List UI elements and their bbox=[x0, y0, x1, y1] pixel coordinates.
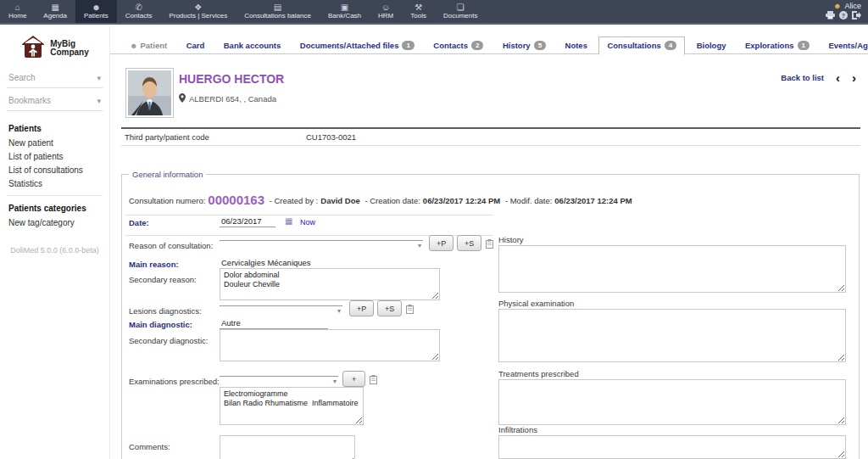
nav-consultations-balance[interactable]: ▤ Consultations balance bbox=[236, 0, 320, 23]
home-icon: ⌂ bbox=[15, 3, 20, 12]
main-diagnostic-input[interactable] bbox=[220, 316, 328, 329]
documents-icon: ❏ bbox=[457, 3, 465, 12]
search-dropdown[interactable]: Search ▾ bbox=[7, 65, 103, 88]
sidebar-item-statistics[interactable]: Statistics bbox=[0, 176, 109, 190]
nav-hrm-label: HRM bbox=[378, 12, 393, 20]
nav-tools[interactable]: ⚒ Tools bbox=[402, 0, 435, 23]
documents-count-badge: 1 bbox=[402, 41, 414, 50]
clipboard-icon[interactable] bbox=[370, 372, 377, 382]
nav-contacts[interactable]: ✆ Contacts bbox=[117, 0, 161, 23]
date-label: Date: bbox=[129, 218, 149, 227]
contacts-icon: ✆ bbox=[135, 3, 142, 12]
back-to-list-link[interactable]: Back to list bbox=[781, 73, 824, 82]
folder-icon: ▤ bbox=[274, 3, 281, 12]
examinations-select[interactable]: ▾ bbox=[220, 364, 338, 377]
divider bbox=[125, 215, 493, 216]
add-secondary-reason-button[interactable]: +S bbox=[457, 235, 481, 251]
tab-contacts[interactable]: Contacts2 bbox=[426, 37, 491, 54]
physical-examination-label: Physical examination bbox=[498, 299, 574, 308]
search-label: Search bbox=[8, 73, 36, 82]
reason-select[interactable]: ▾ bbox=[220, 228, 423, 241]
sidebar-item-list-of-patients[interactable]: List of patients bbox=[0, 149, 109, 163]
bookmarks-label: Bookmarks bbox=[8, 96, 51, 105]
app-version: DoliMed 5.0.0 (6.0.0-beta) bbox=[0, 246, 109, 255]
infiltrations-label: Infiltrations bbox=[498, 425, 537, 434]
infiltrations-textarea[interactable] bbox=[498, 435, 846, 459]
nav-hrm[interactable]: ☺ HRM bbox=[370, 0, 402, 23]
comments-textarea[interactable] bbox=[220, 435, 355, 459]
bookmarks-dropdown[interactable]: Bookmarks ▾ bbox=[7, 88, 103, 111]
nav-bank-cash[interactable]: ▣ Bank/Cash bbox=[320, 0, 370, 23]
physical-examination-textarea[interactable] bbox=[498, 309, 846, 362]
secondary-reason-label: Secondary reason: bbox=[129, 275, 197, 284]
clipboard-icon[interactable] bbox=[486, 237, 493, 246]
now-link[interactable]: Now bbox=[300, 218, 315, 227]
history-textarea[interactable] bbox=[498, 245, 846, 293]
tab-documents[interactable]: Documents/Attached files1 bbox=[292, 37, 422, 54]
svg-text:?: ? bbox=[842, 13, 845, 19]
chevron-down-icon: ▾ bbox=[333, 378, 337, 385]
consultation-number: 00000163 bbox=[208, 193, 264, 207]
patient-photo bbox=[125, 68, 174, 118]
patient-code-value: CU1703-0021 bbox=[306, 132, 356, 142]
tab-consultations[interactable]: Consultations4 bbox=[598, 36, 685, 55]
comments-label: Comments: bbox=[129, 442, 170, 451]
tab-history[interactable]: History5 bbox=[495, 37, 554, 54]
sidebar-item-list-of-consultations[interactable]: List of consultations bbox=[0, 163, 109, 176]
clipboard-icon[interactable] bbox=[406, 302, 414, 311]
lesions-select[interactable]: ▾ bbox=[220, 294, 342, 306]
previous-record-arrow[interactable]: ‹ bbox=[836, 74, 840, 82]
user-menu[interactable]: ☻ Alice bbox=[833, 2, 861, 10]
nav-contacts-label: Contacts bbox=[125, 12, 153, 20]
sidebar-item-new-tag-category[interactable]: New tag/category bbox=[0, 216, 109, 229]
tab-bank-accounts[interactable]: Bank accounts bbox=[216, 37, 289, 54]
person-icon: ☻ bbox=[130, 42, 137, 50]
nav-documents-label: Documents bbox=[443, 12, 477, 20]
user-name: Alice bbox=[844, 2, 861, 10]
calendar-icon[interactable]: ▦ bbox=[285, 216, 292, 226]
chevron-down-icon: ▾ bbox=[97, 74, 101, 82]
nav-home[interactable]: ⌂ Home bbox=[0, 0, 35, 23]
dolimed-app: ⌂ Home ▦ Agenda ☻ Patients ✆ Contacts ❖ … bbox=[0, 0, 868, 459]
tab-biology[interactable]: Biology bbox=[689, 37, 734, 54]
treatments-prescribed-textarea[interactable] bbox=[498, 379, 846, 425]
sidebar-item-new-patient[interactable]: New patient bbox=[0, 136, 109, 149]
add-examination-button[interactable]: + bbox=[342, 371, 365, 387]
nav-documents[interactable]: ❏ Documents bbox=[435, 0, 486, 23]
history-label: History bbox=[498, 235, 524, 244]
tab-card[interactable]: Card bbox=[179, 37, 213, 54]
tab-explorations[interactable]: Explorations1 bbox=[737, 37, 817, 54]
help-icon[interactable]: ? bbox=[839, 11, 848, 20]
chevron-down-icon: ▾ bbox=[337, 307, 341, 315]
nav-home-label: Home bbox=[8, 12, 26, 20]
company-logo[interactable]: MyBig Company bbox=[5, 35, 104, 62]
date-input[interactable] bbox=[220, 215, 275, 227]
menu-section-patients: Patients bbox=[0, 121, 109, 136]
patient-address: ALBERDI 654, , Canada bbox=[179, 93, 276, 104]
patient-code-label: Third party/patient code bbox=[121, 132, 306, 142]
nav-products-services[interactable]: ❖ Products | Services bbox=[160, 0, 236, 23]
company-logo-icon bbox=[20, 35, 46, 62]
secondary-diagnostic-label: Secondary diagnostic: bbox=[129, 336, 208, 345]
print-icon[interactable] bbox=[826, 11, 835, 20]
nav-agenda[interactable]: ▦ Agenda bbox=[35, 0, 75, 23]
sidebar: MyBig Company Search ▾ Bookmarks ▾ Patie… bbox=[0, 26, 110, 459]
next-record-arrow[interactable]: › bbox=[852, 74, 856, 82]
main-reason-input[interactable] bbox=[220, 256, 355, 269]
consultations-count-badge: 4 bbox=[665, 41, 676, 50]
secondary-diagnostic-textarea[interactable] bbox=[220, 329, 440, 361]
add-secondary-diagnostic-button[interactable]: +S bbox=[377, 300, 402, 316]
tab-events-agenda[interactable]: Events/Agenda bbox=[821, 37, 868, 54]
sidebar-menu: Patients New patient List of patients Li… bbox=[0, 121, 109, 229]
add-main-diagnostic-button[interactable]: +P bbox=[349, 300, 374, 316]
creation-date-value: 06/23/2017 12:24 PM bbox=[423, 196, 500, 205]
examinations-textarea[interactable]: Electromiogramme Bilan Radio Rhumatisme … bbox=[220, 387, 364, 425]
main-diagnostic-label: Main diagnostic: bbox=[129, 320, 192, 329]
consultation-header-line: Consultation numero:00000163 - Created b… bbox=[129, 193, 851, 207]
logout-icon[interactable] bbox=[852, 11, 861, 20]
add-main-reason-button[interactable]: +P bbox=[429, 235, 453, 251]
main-reason-label: Main reason: bbox=[129, 260, 179, 269]
modif-date-value: 06/23/2017 12:24 PM bbox=[554, 196, 632, 205]
tab-notes[interactable]: Notes bbox=[558, 37, 595, 54]
nav-patients[interactable]: ☻ Patients bbox=[75, 0, 117, 23]
